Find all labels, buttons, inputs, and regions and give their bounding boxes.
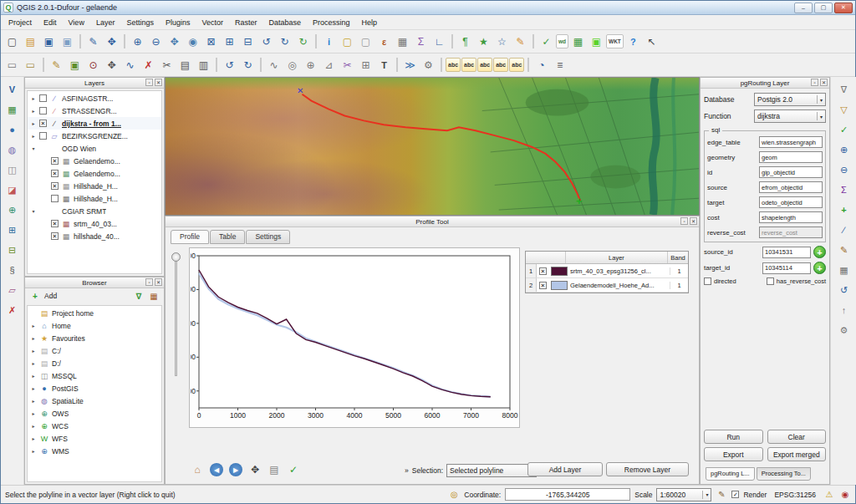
bottom-tab[interactable]: pgRouting L... [706,467,755,481]
expander-icon[interactable]: ▾ [30,208,37,214]
apply-icon[interactable]: ✓ [287,463,300,476]
layer-checkbox[interactable]: ✕ [51,220,59,227]
expander-icon[interactable]: ▸ [30,373,37,379]
export-button[interactable]: Export [704,447,763,461]
annotation-icon[interactable]: ✎ [512,33,529,50]
filter-icon[interactable]: ∇ [133,290,145,302]
menu-item[interactable]: Edit [38,17,63,28]
layer-item[interactable]: ▾ OGD Wien [28,142,161,155]
close-panel-icon[interactable]: ✕ [820,79,828,86]
add-layer-button[interactable]: Add Layer [527,462,603,476]
refresh-browser-icon[interactable]: ▦ [148,290,160,302]
expander-icon[interactable]: ▸ [30,448,37,454]
add-wms-layer-icon[interactable]: ⊕ [4,201,21,218]
series-checkbox[interactable]: ✕ [539,282,547,289]
close-button[interactable]: ✕ [834,3,853,13]
zoom-in-icon[interactable]: ⊕ [129,33,146,50]
profile-table-row[interactable]: 2 ✕ Gelaendemodell_Hoehe_Ad... 1 [526,278,688,293]
float-panel-icon[interactable]: ▫ [680,217,688,225]
layer-item[interactable]: ✕ ▦ Hillshade_H... [28,180,161,192]
text-annotation-icon[interactable]: T [375,56,393,74]
expander-icon[interactable]: ▸ [30,435,37,441]
menu-item[interactable]: Database [263,17,308,28]
field-input[interactable]: wien.strassengraph [759,136,823,148]
layer-item[interactable]: ✕ ▦ Gelaendemo... [28,167,161,180]
label-pin-icon[interactable]: abc [493,58,508,72]
expander-icon[interactable]: ▸ [30,133,37,139]
browser-item[interactable]: ▸ ⊕ OWS [28,407,161,420]
profile-tab[interactable]: Profile [171,230,209,244]
menu-item[interactable]: Project [3,17,38,28]
float-panel-icon[interactable]: ▫ [145,278,153,286]
layer-checkbox[interactable] [51,195,59,202]
scalebar-icon[interactable]: ≡ [551,56,568,74]
field-calculator-icon[interactable]: Σ [412,33,430,50]
menu-item[interactable]: Plugins [160,17,196,28]
add-point-icon[interactable]: + [836,201,853,218]
home-extent-icon[interactable]: ⌂ [191,463,204,476]
series-checkbox[interactable]: ✕ [539,267,547,275]
statistics-icon[interactable]: Σ [836,181,853,198]
target-id-input[interactable]: 10345114 [762,262,811,274]
copy-features-icon[interactable]: ▤ [176,56,194,74]
menu-item[interactable]: Raster [229,17,263,28]
browser-item[interactable]: ▸ ◫ MSSQL [28,369,161,382]
expander-icon[interactable]: ▸ [30,410,37,416]
float-panel-icon[interactable]: ▫ [811,79,818,86]
touch-zoom-icon[interactable]: ◉ [184,33,201,50]
map-tips-icon[interactable]: ¶ [456,33,474,50]
profile-table-row[interactable]: 1 ✕ srtm_40_03_epsg31256_cl... 1 [526,264,688,278]
browser-item[interactable]: ▸ ▤ D:/ [28,357,161,369]
float-panel-icon[interactable]: ▫ [145,79,153,86]
expander-icon[interactable]: ▸ [30,323,37,328]
simplify-feature-icon[interactable]: ∿ [265,56,283,74]
expander-icon[interactable]: ▸ [30,360,37,366]
browser-item[interactable]: ▸ W WFS [28,432,161,445]
overflow-chevron-icon[interactable]: » [405,466,409,475]
field-input[interactable]: geom [759,151,823,163]
run-button[interactable]: Run [704,430,763,444]
zoom-last-icon[interactable]: ↺ [257,33,275,50]
menu-item[interactable]: Processing [307,17,356,28]
add-vector-layer-icon[interactable]: V [4,81,21,98]
minimize-button[interactable]: – [794,3,813,13]
label-rotate-icon[interactable]: abc [477,58,492,72]
clear-button[interactable]: Clear [767,430,827,444]
pan-chart-icon[interactable]: ✥ [248,463,262,476]
zoom-next-icon[interactable]: ↻ [276,33,293,50]
add-wfs-layer-icon[interactable]: ⊟ [4,242,21,258]
remove-layer-button[interactable]: Remove Layer [606,462,689,476]
slider-knob[interactable] [171,252,181,262]
labeling-icon[interactable]: abc [446,58,461,72]
zoom-to-selection-icon[interactable]: ⊞ [221,33,238,50]
pick-source-icon[interactable]: + [813,246,826,258]
directed-checkbox[interactable] [704,277,711,285]
layer-checkbox[interactable] [39,94,47,102]
epsg-button[interactable]: EPSG:31256 [771,490,819,500]
new-project-icon[interactable]: ▢ [3,33,21,50]
maximize-button[interactable]: ▢ [814,3,833,13]
highlight-pinned-icon[interactable]: ▽ [836,101,853,118]
export-icon[interactable]: ↑ [836,302,853,318]
refresh-map-icon[interactable]: ↻ [294,33,312,50]
split-features-icon[interactable]: ✂ [339,56,356,74]
expander-icon[interactable]: ▸ [30,335,37,341]
delete-selected-icon[interactable]: ✗ [140,56,157,74]
layer-checkbox[interactable]: ✕ [51,182,59,190]
export-profile-icon[interactable]: ▤ [268,463,281,476]
layer-checkbox[interactable] [39,107,47,115]
map-theme-icon[interactable]: ▣ [588,33,605,50]
identify-icon[interactable]: i [320,33,338,50]
coordinate-input[interactable]: -1765,344205 [505,488,630,501]
cut-features-icon[interactable]: ✂ [158,56,176,74]
menu-item[interactable]: Layer [90,17,121,28]
settings-icon[interactable]: ⚙ [836,322,853,339]
browser-item[interactable]: ▸ ⌂ Home [28,319,161,332]
browser-item[interactable]: ▤ Project home [28,307,161,319]
merge-features-icon[interactable]: ⊞ [357,56,374,74]
expander-icon[interactable]: ▸ [30,423,37,429]
check-validity-icon[interactable]: ✓ [836,121,853,138]
reshape-icon[interactable]: ⊿ [320,56,338,74]
layer-item[interactable]: ✕ ▦ srtm_40_03... [28,217,161,230]
move-feature2-icon[interactable]: ✥ [103,56,120,74]
